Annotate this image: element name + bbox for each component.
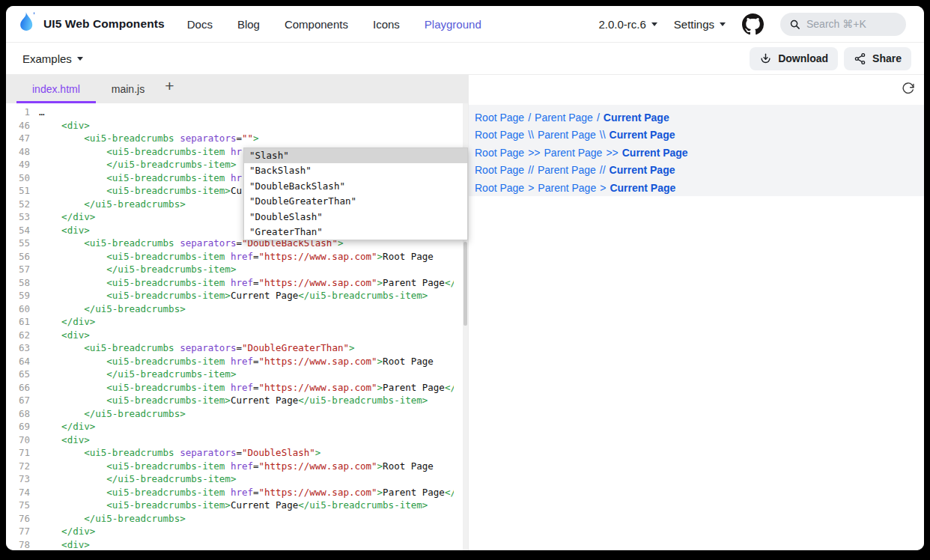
- line-number: 59: [6, 289, 39, 302]
- search-input[interactable]: [806, 18, 895, 30]
- code-text[interactable]: <ui5-breadcrumbs-item href="https://www.…: [39, 486, 454, 499]
- code-text[interactable]: <ui5-breadcrumbs separators="DoubleGreat…: [39, 341, 454, 355]
- code-text[interactable]: <div>: [39, 433, 454, 447]
- refresh-button[interactable]: [902, 82, 914, 98]
- code-text[interactable]: <ui5-breadcrumbs-item href="https://www.…: [39, 250, 454, 264]
- code-text[interactable]: <ui5-breadcrumbs-item>Current Page</ui5-…: [39, 499, 454, 512]
- autocomplete-option[interactable]: "Slash": [244, 148, 467, 163]
- breadcrumb-link[interactable]: Parent Page: [538, 182, 596, 194]
- breadcrumb-link[interactable]: Root Page: [475, 147, 524, 159]
- share-label: Share: [872, 52, 902, 64]
- code-line: 74 <ui5-breadcrumbs-item href="https://w…: [6, 486, 468, 499]
- code-text[interactable]: <ui5-breadcrumbs-item href="https://www.…: [39, 381, 454, 395]
- code-text[interactable]: <div>: [39, 329, 454, 342]
- breadcrumb-link[interactable]: Parent Page: [544, 147, 603, 159]
- line-number: 74: [6, 486, 39, 499]
- chevron-down-icon: [651, 22, 657, 26]
- github-link[interactable]: [742, 13, 764, 35]
- line-number: 1: [6, 106, 39, 119]
- add-tab-button[interactable]: +: [160, 75, 181, 94]
- breadcrumb-separator: /: [528, 112, 531, 124]
- code-line: 73 </ui5-breadcrumbs-item>: [6, 472, 468, 486]
- code-line: 61 </div>: [6, 315, 468, 329]
- breadcrumb-link[interactable]: Parent Page: [535, 112, 593, 124]
- settings-menu[interactable]: Settings: [674, 18, 726, 31]
- examples-menu[interactable]: Examples: [22, 52, 83, 65]
- autocomplete-option[interactable]: "DoubleGreaterThan": [244, 194, 467, 209]
- code-text[interactable]: <ui5-breadcrumbs-item href="https://www.…: [39, 276, 454, 290]
- code-line: 78 <div>: [6, 538, 468, 551]
- line-number: 78: [6, 538, 39, 551]
- code-text[interactable]: </ui5-breadcrumbs>: [39, 512, 454, 526]
- preview-pane: Root Page/Parent Page/Current PageRoot P…: [468, 75, 924, 550]
- breadcrumbs-demo-area: Root Page/Parent Page/Current PageRoot P…: [469, 105, 924, 196]
- code-text[interactable]: </ui5-breadcrumbs-item>: [39, 263, 454, 276]
- code-line: 70 <div>: [6, 433, 468, 447]
- code-text[interactable]: <ui5-breadcrumbs-item>Current Page</ui5-…: [39, 289, 454, 302]
- scrollbar-thumb[interactable]: [464, 242, 467, 326]
- code-text[interactable]: </ui5-breadcrumbs-item>: [39, 368, 454, 381]
- github-icon: [742, 13, 764, 35]
- code-text[interactable]: </ui5-breadcrumbs>: [39, 302, 454, 316]
- line-number: 50: [6, 171, 39, 185]
- autocomplete-option[interactable]: "BackSlash": [244, 163, 467, 178]
- search-box[interactable]: [780, 13, 906, 36]
- line-number: 58: [6, 276, 39, 290]
- nav-link-docs[interactable]: Docs: [187, 18, 213, 31]
- share-button[interactable]: Share: [844, 47, 911, 70]
- code-line: 67 <ui5-breadcrumbs-item>Current Page</u…: [6, 394, 468, 407]
- code-text[interactable]: <ui5-breadcrumbs-item href="https://www.…: [39, 460, 454, 473]
- breadcrumb-separator: >>: [528, 147, 540, 159]
- code-line: 56 <ui5-breadcrumbs-item href="https://w…: [6, 250, 468, 264]
- playground-main: index.htmlmain.js + 1…46 <div>47 <ui5-br…: [6, 75, 924, 550]
- breadcrumb-row: Root Page\\Parent Page\\Current Page: [475, 127, 924, 144]
- autocomplete-option[interactable]: "GreaterThan": [244, 225, 467, 240]
- breadcrumb-separator: /: [597, 112, 600, 124]
- breadcrumb-separator: >: [600, 182, 606, 194]
- brand[interactable]: UI5 Web Components: [16, 11, 165, 37]
- code-text[interactable]: </div>: [39, 420, 454, 433]
- breadcrumb-separator: >: [528, 182, 534, 194]
- code-text[interactable]: </ui5-breadcrumbs-item>: [39, 472, 454, 486]
- nav-link-icons[interactable]: Icons: [373, 18, 400, 31]
- ui5-flame-icon: [16, 11, 37, 37]
- breadcrumb-link[interactable]: Root Page: [475, 129, 524, 141]
- line-number: 47: [6, 132, 39, 145]
- code-text[interactable]: <ui5-breadcrumbs separators="DoubleSlash…: [39, 446, 454, 460]
- code-text[interactable]: <ui5-breadcrumbs-item href="https://www.…: [39, 355, 454, 368]
- download-button[interactable]: Download: [750, 47, 838, 70]
- code-text[interactable]: <ui5-breadcrumbs separators="">: [39, 132, 454, 145]
- nav-link-blog[interactable]: Blog: [237, 18, 260, 31]
- breadcrumb-separator: >>: [606, 147, 618, 159]
- version-label: 2.0.0-rc.6: [598, 18, 645, 31]
- topnav-right: 2.0.0-rc.6 Settings: [598, 13, 906, 36]
- code-text[interactable]: <div>: [39, 119, 454, 133]
- breadcrumb-link[interactable]: Parent Page: [538, 164, 596, 176]
- tab-main-js[interactable]: main.js: [96, 75, 160, 103]
- code-text[interactable]: <div>: [39, 538, 454, 551]
- code-text[interactable]: </div>: [39, 315, 454, 329]
- tab-index-html[interactable]: index.html: [16, 75, 96, 103]
- breadcrumb-link[interactable]: Root Page: [475, 164, 524, 176]
- code-line: 69 </div>: [6, 420, 468, 433]
- line-number: 62: [6, 329, 39, 342]
- line-number: 60: [6, 302, 39, 316]
- nav-link-components[interactable]: Components: [285, 18, 348, 31]
- breadcrumb-link[interactable]: Parent Page: [538, 129, 596, 141]
- version-menu[interactable]: 2.0.0-rc.6: [598, 18, 657, 31]
- nav-link-playground[interactable]: Playground: [425, 18, 481, 31]
- line-number: 51: [6, 184, 39, 198]
- code-text[interactable]: </div>: [39, 525, 454, 538]
- code-text[interactable]: <ui5-breadcrumbs-item>Current Page</ui5-…: [39, 394, 454, 407]
- code-text[interactable]: </ui5-breadcrumbs>: [39, 407, 454, 421]
- line-number: 56: [6, 250, 39, 264]
- autocomplete-option[interactable]: "DoubleSlash": [244, 210, 467, 225]
- code-text[interactable]: …: [39, 106, 454, 119]
- code-line: 60 </ui5-breadcrumbs>: [6, 302, 468, 316]
- breadcrumb-link[interactable]: Root Page: [475, 112, 524, 124]
- code-line: 64 <ui5-breadcrumbs-item href="https://w…: [6, 355, 468, 368]
- line-number: 71: [6, 446, 39, 460]
- autocomplete-option[interactable]: "DoubleBackSlash": [244, 179, 467, 194]
- examples-toolbar: Examples Download Share: [6, 43, 924, 75]
- breadcrumb-link[interactable]: Root Page: [475, 182, 524, 194]
